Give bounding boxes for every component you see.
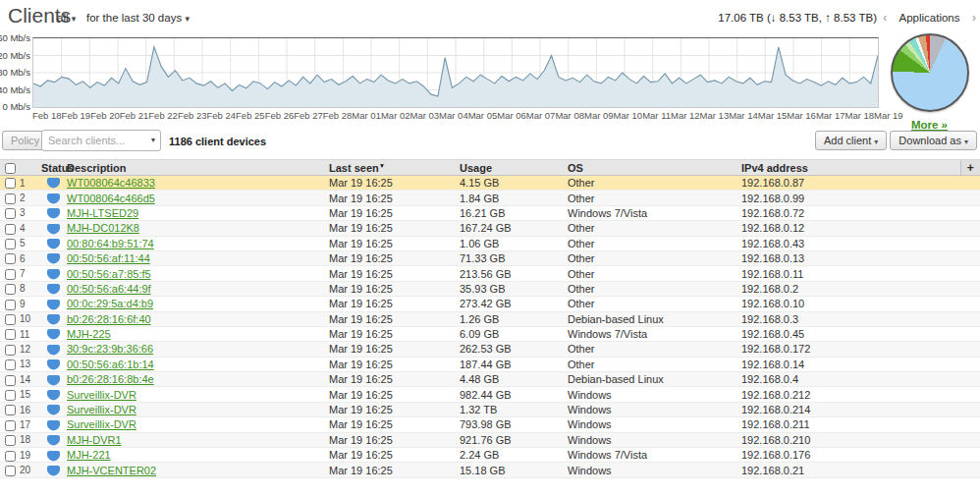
ipv4-cell: 192.168.0.43 (741, 236, 960, 250)
row-checkbox-cell (0, 326, 20, 341)
os-cell: Other (568, 191, 741, 205)
row-checkbox[interactable] (5, 208, 16, 219)
row-number: 19 (20, 448, 41, 463)
ipv4-column-header[interactable]: IPv4 address (741, 160, 960, 176)
row-checkbox[interactable] (5, 314, 16, 325)
client-description-link[interactable]: MJH-DVR1 (67, 434, 122, 446)
client-description-link[interactable]: Surveillix-DVR (67, 389, 136, 401)
search-input[interactable] (41, 130, 161, 151)
clients-table: Status Description Last seen▼ Usage OS I… (0, 159, 980, 478)
client-description-link[interactable]: WT008064c46833 (67, 177, 155, 189)
description-cell: WT008064c466d5 (67, 191, 329, 205)
row-add-cell (960, 266, 980, 281)
row-checkbox[interactable] (5, 329, 16, 340)
client-description-link[interactable]: MJH-LTSED29 (67, 207, 138, 219)
row-checkbox[interactable] (5, 284, 16, 295)
client-description-link[interactable]: Surveillix-DVR (67, 404, 136, 415)
table-row: 12 30:9c:23:9b:36:66 Mar 19 16:25 262.53… (0, 342, 980, 357)
last-seen-cell: Mar 19 16:25 (329, 191, 460, 205)
usage-cell: 1.32 TB (460, 402, 568, 416)
client-scope-dropdown[interactable]: all ▾ (57, 12, 76, 24)
client-description-link[interactable]: MJH-221 (67, 449, 111, 461)
add-client-button[interactable]: Add client ▾ (815, 131, 887, 150)
row-checkbox[interactable] (5, 178, 16, 189)
status-cell (41, 311, 67, 326)
download-as-button[interactable]: Download as ▾ (890, 131, 977, 150)
client-description-link[interactable]: WT008064c466d5 (67, 193, 155, 204)
description-column-header[interactable]: Description (67, 160, 329, 176)
client-description-link[interactable]: 00:50:56:a6:1b:14 (67, 359, 154, 370)
policy-button-label: Policy (11, 135, 39, 146)
client-description-link[interactable]: MJH-225 (67, 328, 111, 340)
client-status-shield-icon (47, 451, 60, 462)
description-cell: b0:26:28:16:6f:40 (67, 311, 329, 326)
row-add-cell (960, 311, 980, 326)
os-column-header[interactable]: OS (568, 160, 741, 176)
ipv4-cell: 192.168.0.4 (741, 372, 960, 387)
row-checkbox[interactable] (5, 435, 16, 446)
client-description-link[interactable]: b0:26:28:16:6f:40 (67, 313, 151, 325)
client-description-link[interactable]: MJH-DC012K8 (67, 222, 139, 234)
row-number: 17 (20, 417, 41, 432)
table-row: 10 b0:26:28:16:6f:40 Mar 19 16:25 1.26 G… (0, 311, 980, 326)
last-seen-column-header[interactable]: Last seen▼ (329, 160, 460, 176)
client-description-link[interactable]: 00:50:56:a7:85:f5 (67, 268, 151, 280)
row-add-cell (960, 432, 980, 447)
row-checkbox-cell (0, 176, 20, 191)
applications-panel-title: Applications (898, 12, 959, 24)
client-description-link[interactable]: MJH-VCENTER02 (67, 465, 156, 476)
applications-nav: ‹ Applications › (879, 10, 980, 26)
client-description-link[interactable]: 00:80:64:b9:51:74 (67, 238, 154, 249)
row-checkbox[interactable] (5, 359, 16, 370)
client-status-shield-icon (47, 208, 60, 219)
client-description-link[interactable]: b0:26:28:16:8b:4e (67, 373, 154, 385)
row-checkbox[interactable] (5, 390, 16, 401)
row-checkbox-cell (0, 432, 20, 447)
search-dropdown-caret-icon[interactable]: ▾ (151, 136, 155, 144)
status-column-header[interactable]: Status (41, 160, 67, 176)
status-cell (41, 372, 67, 387)
x-tick-label: Mar 18 (844, 110, 874, 122)
os-cell: Windows (568, 402, 741, 416)
client-status-shield-icon (47, 359, 60, 370)
client-description-link[interactable]: 00:50:56:af:11:44 (67, 252, 150, 264)
prev-panel-arrow-icon[interactable]: ‹ (881, 13, 889, 23)
row-checkbox[interactable] (5, 466, 16, 476)
usage-cell: 2.24 GB (460, 448, 568, 463)
x-tick-label: Mar 01 (352, 110, 381, 122)
row-checkbox[interactable] (5, 239, 16, 249)
last-seen-cell: Mar 19 16:25 (329, 357, 460, 371)
table-row: 11 MJH-225 Mar 19 16:25 6.09 GB Windows … (0, 326, 980, 341)
row-checkbox[interactable] (5, 345, 16, 356)
row-checkbox[interactable] (5, 253, 16, 264)
row-checkbox[interactable] (5, 405, 16, 415)
row-checkbox-cell (0, 266, 20, 281)
time-range-dropdown[interactable]: for the last 30 days ▾ (86, 12, 190, 24)
ipv4-cell: 192.168.0.21 (741, 463, 960, 477)
row-checkbox[interactable] (5, 420, 16, 431)
client-description-link[interactable]: 00:50:56:a6:44:9f (67, 283, 151, 295)
client-description-link[interactable]: Surveillix-DVR (67, 418, 136, 430)
table-row: 18 MJH-DVR1 Mar 19 16:25 921.76 GB Windo… (0, 432, 980, 447)
row-checkbox[interactable] (5, 300, 16, 310)
row-checkbox-cell (0, 387, 20, 402)
row-checkbox[interactable] (5, 451, 16, 462)
row-checkbox[interactable] (5, 269, 16, 280)
traffic-chart-y-axis: 0 Mb/s40 Mb/s80 Mb/s120 Mb/s160 Mb/s (0, 37, 30, 106)
client-description-link[interactable]: 30:9c:23:9b:36:66 (67, 343, 153, 355)
row-add-cell (960, 191, 980, 205)
last-seen-cell: Mar 19 16:25 (329, 417, 460, 432)
row-checkbox[interactable] (5, 224, 16, 235)
usage-cell: 187.44 GB (460, 357, 568, 371)
table-row: 7 00:50:56:a7:85:f5 Mar 19 16:25 213.56 … (0, 266, 980, 281)
client-description-link[interactable]: 00:0c:29:5a:d4:b9 (67, 298, 153, 309)
status-cell (41, 417, 67, 432)
last-seen-header-label: Last seen (329, 162, 379, 174)
row-number: 1 (20, 176, 41, 191)
row-checkbox[interactable] (5, 193, 16, 204)
row-checkbox[interactable] (5, 375, 16, 386)
select-all-checkbox[interactable] (5, 163, 16, 174)
usage-column-header[interactable]: Usage (460, 160, 568, 176)
add-column-button[interactable]: + (960, 160, 980, 176)
next-panel-arrow-icon[interactable]: › (970, 13, 978, 23)
